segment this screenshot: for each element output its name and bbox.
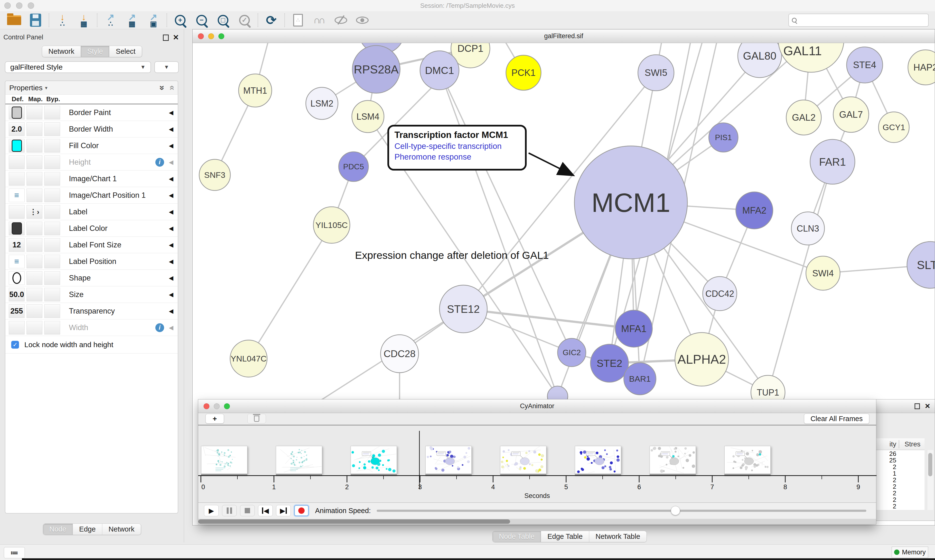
network-window-titlebar[interactable]: galFiltered.sif [193, 29, 935, 43]
vertical-scrollbar[interactable] [927, 450, 933, 510]
bypass-cell[interactable] [44, 238, 60, 252]
export-network-icon[interactable]: ↗∴ [100, 12, 121, 28]
birdseye-icon[interactable]: ∩∩ [309, 12, 330, 28]
zoom-in-icon[interactable]: + [170, 12, 191, 28]
column-header[interactable]: ity [876, 440, 896, 448]
play-button[interactable]: ▶ [204, 505, 219, 516]
frame-thumbnail-4[interactable] [425, 446, 472, 474]
default-value-cell[interactable] [9, 205, 25, 219]
tab-edge[interactable]: Edge [73, 524, 102, 535]
skip-to-end-button[interactable]: ▶ [276, 505, 291, 516]
zoom-out-icon[interactable]: − [191, 12, 212, 28]
bypass-cell[interactable] [44, 288, 60, 302]
frame-thumbnail-3[interactable] [350, 446, 397, 474]
mapping-cell[interactable] [26, 321, 42, 334]
property-row[interactable]: Border Paint◀ [5, 105, 178, 121]
property-row[interactable]: Label Color◀ [5, 220, 178, 237]
bypass-cell[interactable] [44, 255, 60, 268]
bypass-cell[interactable] [44, 189, 60, 202]
style-options-button[interactable]: ▼ [154, 61, 179, 73]
show-graphics-icon[interactable] [352, 12, 373, 28]
status-list-button[interactable]: ≔ [4, 547, 25, 558]
bypass-cell[interactable] [44, 304, 60, 318]
snapshot-icon[interactable]: ∴ [287, 12, 309, 28]
expand-arrow-icon[interactable]: ◀ [169, 242, 173, 248]
mapping-cell[interactable] [26, 122, 42, 136]
open-session-icon[interactable] [3, 12, 25, 28]
column-header[interactable]: Stres [904, 440, 920, 448]
collapse-all-icon[interactable]: » [166, 85, 176, 90]
default-value-cell[interactable]: 255 [9, 304, 25, 318]
properties-header[interactable]: Properties ▾ » » [5, 81, 178, 95]
mapping-cell[interactable] [26, 304, 42, 318]
style-dropdown[interactable]: galFiltered Style ▼ [5, 61, 151, 73]
mapping-cell[interactable] [26, 189, 42, 202]
frame-thumbnail-2[interactable] [276, 446, 322, 474]
zoom-fit-icon[interactable]: □ [212, 12, 234, 28]
hide-graphics-icon[interactable] [330, 12, 352, 28]
tab-network-table[interactable]: Network Table [589, 531, 646, 542]
property-row[interactable]: Shape◀ [5, 270, 178, 286]
expand-arrow-icon[interactable]: ◀ [169, 225, 173, 232]
tab-node[interactable]: Node [43, 524, 73, 535]
expand-arrow-icon[interactable]: ◀ [169, 258, 173, 265]
network-edge[interactable] [440, 70, 558, 396]
zoom-selected-icon[interactable]: ✓ [234, 12, 255, 28]
expand-arrow-icon[interactable]: ◀ [169, 275, 173, 282]
bypass-cell[interactable] [44, 271, 60, 285]
tab-network[interactable]: Network [102, 524, 141, 535]
tab-node-table[interactable]: Node Table [492, 531, 541, 542]
frame-thumbnail-1[interactable] [201, 446, 247, 474]
mapping-cell[interactable] [26, 288, 42, 302]
add-frame-button[interactable]: + [205, 414, 224, 423]
tab-network[interactable]: Network [42, 46, 81, 57]
mapping-cell[interactable]: ⋮› [26, 205, 42, 219]
save-session-icon[interactable] [25, 12, 46, 28]
float-window-icon[interactable] [163, 35, 169, 41]
close-icon[interactable]: ✕ [173, 33, 179, 42]
tab-edge-table[interactable]: Edge Table [541, 531, 589, 542]
pause-button[interactable] [222, 505, 237, 516]
expand-arrow-icon[interactable]: ◀ [169, 175, 173, 182]
horizontal-scrollbar[interactable] [198, 519, 876, 524]
refresh-icon[interactable]: ⟳ [261, 12, 282, 28]
export-image-icon[interactable]: ↗▣ [143, 12, 164, 28]
float-window-icon[interactable] [915, 403, 920, 409]
property-row[interactable]: Fill Color◀ [5, 137, 178, 154]
bypass-cell[interactable] [44, 106, 60, 120]
frame-thumbnail-7[interactable] [650, 446, 696, 474]
default-value-cell[interactable] [9, 106, 25, 120]
bypass-cell[interactable] [44, 122, 60, 136]
bypass-cell[interactable] [44, 222, 60, 235]
frame-thumbnail-6[interactable] [575, 446, 621, 474]
record-button[interactable] [294, 505, 309, 516]
property-row[interactable]: 12Label Font Size◀ [5, 237, 178, 253]
memory-button[interactable]: Memory [892, 547, 928, 558]
tab-style[interactable]: Style [81, 46, 110, 57]
import-network-icon[interactable]: ↓∴ [52, 12, 73, 28]
default-value-cell[interactable]: 2.0 [9, 122, 25, 136]
export-table-icon[interactable]: ↗▦ [121, 12, 143, 28]
mapping-cell[interactable] [26, 222, 42, 235]
import-table-icon[interactable]: ↓▦ [73, 12, 94, 28]
skip-to-start-button[interactable]: ◀ [258, 505, 273, 516]
bypass-cell[interactable] [44, 205, 60, 219]
frame-thumbnail-5[interactable] [500, 446, 546, 474]
bypass-cell[interactable] [44, 172, 60, 186]
mapping-cell[interactable] [26, 255, 42, 268]
search-box[interactable] [788, 14, 929, 27]
default-value-cell[interactable]: 12 [9, 238, 25, 252]
expand-arrow-icon[interactable]: ◀ [169, 192, 173, 199]
property-row[interactable]: 255Transparency◀ [5, 303, 178, 319]
slider-thumb[interactable] [671, 506, 680, 515]
expand-arrow-icon[interactable]: ◀ [169, 109, 173, 116]
expand-arrow-icon[interactable]: ◀ [169, 208, 173, 215]
mapping-cell[interactable] [26, 139, 42, 152]
default-value-cell[interactable]: ≡ [9, 255, 25, 268]
expand-arrow-icon[interactable]: ◀ [169, 324, 173, 331]
expand-arrow-icon[interactable]: ◀ [169, 142, 173, 149]
mapping-cell[interactable] [26, 106, 42, 120]
property-row[interactable]: 2.0Border Width◀ [5, 121, 178, 137]
mapping-cell[interactable] [26, 155, 42, 169]
property-row[interactable]: Widthi◀ [5, 319, 178, 336]
